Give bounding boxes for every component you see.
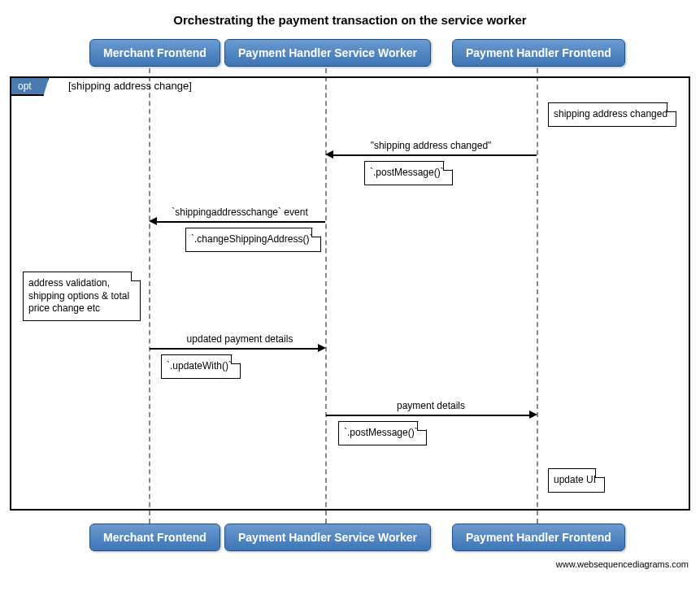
arrow-head-shipping-changed [325, 150, 333, 159]
note-update-ui: update UI [548, 468, 605, 493]
note-address-validation: address validation, shipping options & t… [23, 272, 141, 321]
msg-label-shippingaddresschange-event: `shippingaddresschange` event [170, 206, 309, 218]
participant-merchant-frontend-bottom: Merchant Frontend [89, 524, 220, 551]
arrow-shipping-changed [333, 154, 537, 156]
arrow-shippingaddresschange-event [157, 221, 325, 223]
arrow-updated-payment-details [150, 348, 318, 350]
msg-label-payment-details: payment details [395, 400, 467, 411]
arrow-payment-details [326, 415, 529, 416]
note-postmessage-2: `.postMessage()` [338, 421, 427, 445]
note-updatewith: `.updateWith()` [161, 354, 241, 379]
msg-label-updated-payment-details: updated payment details [185, 333, 295, 345]
arrow-head-updated-payment-details [318, 344, 326, 352]
participant-merchant-frontend-top: Merchant Frontend [89, 39, 220, 67]
note-changeshippingaddress: `.changeShippingAddress()` [185, 228, 321, 252]
sequence-diagram: Orchestrating the payment transaction on… [8, 13, 692, 574]
participant-payment-handler-sw-top: Payment Handler Service Worker [224, 39, 431, 67]
msg-label-shipping-changed: "shipping address changed" [369, 140, 493, 151]
participant-payment-handler-sw-bottom: Payment Handler Service Worker [224, 524, 431, 551]
participant-payment-handler-fe-bottom: Payment Handler Frontend [452, 524, 625, 551]
footer-link[interactable]: www.websequencediagrams.com [556, 559, 689, 569]
note-postmessage-1: `.postMessage()` [364, 161, 453, 185]
arrow-head-payment-details [529, 411, 537, 419]
arrow-head-shippingaddresschange-event [149, 217, 157, 225]
diagram-title: Orchestrating the payment transaction on… [8, 13, 692, 27]
opt-guard: [shipping address change] [68, 80, 192, 92]
participant-payment-handler-fe-top: Payment Handler Frontend [452, 39, 625, 67]
note-shipping-address-changed: shipping address changed [548, 102, 676, 127]
opt-label: opt [10, 76, 50, 96]
